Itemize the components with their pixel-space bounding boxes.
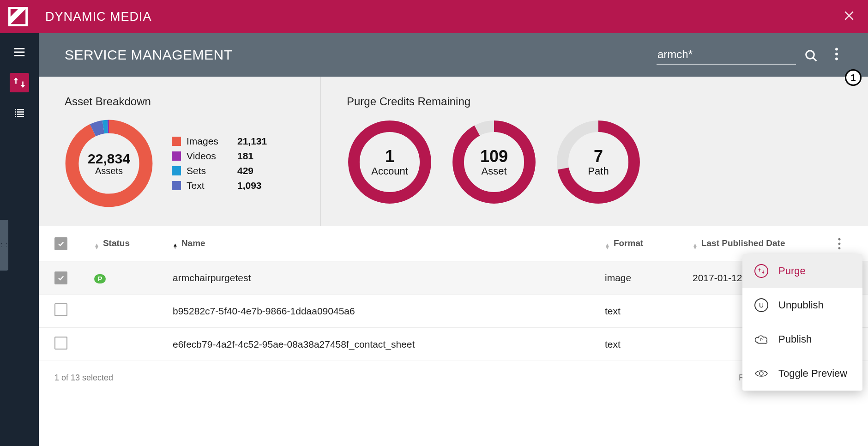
gauge-value: 109 <box>480 147 508 166</box>
menu-toggle-preview[interactable]: Toggle Preview <box>742 356 862 391</box>
row-checkbox[interactable] <box>54 337 67 350</box>
row-checkbox[interactable] <box>54 271 67 284</box>
cell-format: text <box>605 306 693 317</box>
header-overflow-menu[interactable] <box>831 44 842 66</box>
menu-button[interactable] <box>10 42 29 62</box>
subheader: SERVICE MANAGEMENT 1 <box>39 33 868 77</box>
table-overflow-menu[interactable] <box>826 238 852 250</box>
publish-icon: P <box>754 332 768 346</box>
asset-legend: Images21,131 Videos181 Sets429 Text1,093 <box>172 136 280 191</box>
legend-text: Text1,093 <box>172 180 280 191</box>
nav-list[interactable] <box>10 103 29 123</box>
col-date[interactable]: ▲▼Last Published Date <box>693 238 826 249</box>
asset-total: 22,834 <box>88 151 130 167</box>
gauge-value: 1 <box>385 147 394 166</box>
select-all[interactable] <box>54 237 94 250</box>
col-status[interactable]: ▲▼Status <box>94 238 173 249</box>
results-table: ▲▼Status ▲▼Name ▲▼Format ▲▼Last Publishe… <box>39 226 868 446</box>
nav-dynamic-media[interactable] <box>10 73 29 92</box>
cell-name: e6fecb79-4a2f-4c52-95ae-08a38a27458f_con… <box>173 339 605 350</box>
cell-format: image <box>605 272 693 283</box>
gauge-value: 7 <box>594 147 603 166</box>
sidebar-drag-handle[interactable]: ⋮⋮ <box>0 220 8 271</box>
purge-icon <box>754 264 768 278</box>
gauge-path: 7Path <box>555 119 641 205</box>
svg-point-5 <box>835 58 838 60</box>
svg-point-17 <box>838 242 841 245</box>
asset-breakdown-title: Asset Breakdown <box>65 95 295 108</box>
swap-arrows-icon <box>12 76 26 90</box>
menu-label: Publish <box>778 333 812 345</box>
status-published-icon: P <box>94 274 106 283</box>
search-icon <box>804 49 818 63</box>
search <box>657 45 818 65</box>
page-title: SERVICE MANAGEMENT <box>65 47 657 63</box>
legend-images: Images21,131 <box>172 136 280 147</box>
swatch-icon <box>172 151 181 161</box>
kebab-icon <box>838 238 841 250</box>
topbar: DYNAMIC MEDIA <box>0 0 868 33</box>
row-context-menu: Purge U Unpublish P Publish Toggle Previ… <box>742 254 862 391</box>
app-logo <box>8 7 28 26</box>
hamburger-icon <box>12 45 26 59</box>
gauge-label: Path <box>588 165 609 177</box>
purge-credits-title: Purge Credits Remaining <box>347 95 842 108</box>
sidebar: ⋮⋮ <box>0 33 39 446</box>
step-badge-number: 1 <box>850 72 856 83</box>
cell-format: text <box>605 339 693 350</box>
close-button[interactable] <box>838 6 860 28</box>
col-format[interactable]: ▲▼Format <box>605 238 693 249</box>
swatch-icon <box>172 181 181 190</box>
menu-purge[interactable]: Purge <box>742 254 862 288</box>
svg-point-4 <box>835 53 838 55</box>
search-input[interactable] <box>657 45 796 65</box>
col-name[interactable]: ▲▼Name <box>173 238 605 249</box>
main-content: SERVICE MANAGEMENT 1 Asset Breakdown <box>39 33 868 446</box>
search-button[interactable] <box>804 49 818 65</box>
close-icon <box>843 10 855 22</box>
svg-point-20 <box>760 372 763 375</box>
step-badge: 1 <box>845 69 862 86</box>
app-title: DYNAMIC MEDIA <box>45 10 838 24</box>
svg-point-16 <box>838 238 841 240</box>
menu-publish[interactable]: P Publish <box>742 322 862 356</box>
asset-breakdown-card: Asset Breakdown 22,834 Assets <box>39 77 320 226</box>
menu-label: Toggle Preview <box>778 368 847 380</box>
gauge-account: 1Account <box>347 119 433 205</box>
summary-cards: Asset Breakdown 22,834 Assets <box>39 77 868 226</box>
gauge-label: Asset <box>481 165 506 177</box>
checkbox-icon <box>54 237 67 250</box>
row-checkbox[interactable] <box>54 303 67 316</box>
list-icon <box>12 106 26 120</box>
svg-marker-1 <box>11 9 18 17</box>
unpublish-icon: U <box>754 298 768 312</box>
cell-name: armchairpurgetest <box>173 272 605 283</box>
legend-sets: Sets429 <box>172 165 280 176</box>
asset-total-label: Assets <box>95 166 123 176</box>
gauge-asset: 109Asset <box>451 119 537 205</box>
selection-count: 1 of 13 selected <box>54 373 113 383</box>
purge-credits-card: Purge Credits Remaining 1Account 109Asse… <box>320 77 868 226</box>
menu-label: Purge <box>778 265 806 277</box>
svg-point-18 <box>838 247 841 249</box>
preview-icon <box>754 367 768 380</box>
swatch-icon <box>172 137 181 146</box>
svg-text:P: P <box>760 338 763 342</box>
asset-breakdown-chart: 22,834 Assets <box>65 119 153 208</box>
svg-point-3 <box>835 48 838 51</box>
gauge-label: Account <box>371 165 408 177</box>
legend-videos: Videos181 <box>172 151 280 162</box>
swatch-icon <box>172 166 181 175</box>
cell-name: b95282c7-5f40-4e7b-9866-1ddaa09045a6 <box>173 306 605 317</box>
menu-label: Unpublish <box>778 299 824 311</box>
menu-unpublish[interactable]: U Unpublish <box>742 288 862 322</box>
svg-point-2 <box>806 51 814 59</box>
kebab-icon <box>835 48 838 60</box>
